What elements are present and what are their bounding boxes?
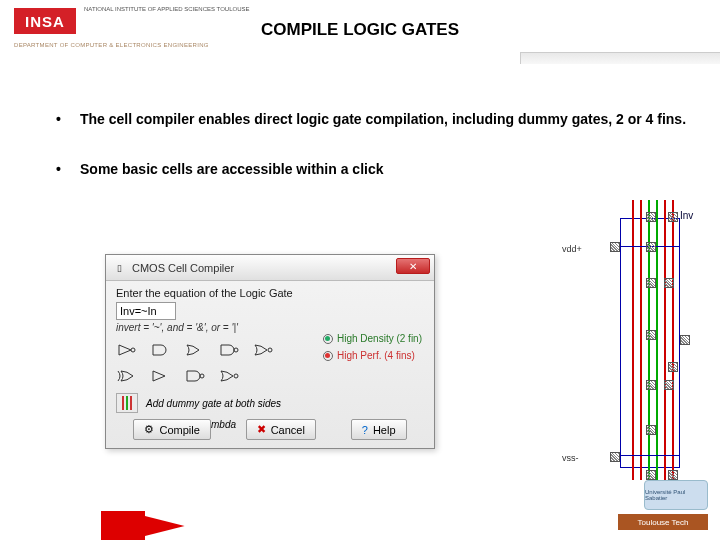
bullet-list: The cell compiler enables direct logic g… — [50, 105, 700, 183]
equation-input[interactable] — [116, 302, 176, 320]
gate-and-icon[interactable] — [150, 341, 172, 359]
red-arrow-decoration — [145, 516, 185, 536]
toulouse-tech-logo: Toulouse Tech — [618, 514, 708, 530]
cmos-compiler-dialog: ▯ CMOS Cell Compiler ✕ Enter the equatio… — [105, 254, 435, 449]
radio-dot-icon — [323, 334, 333, 344]
bullet-item: Some basic cells are accessible within a… — [50, 155, 700, 183]
department-text: DEPARTMENT OF COMPUTER & ELECTRONICS ENG… — [14, 42, 209, 50]
gate-or-icon[interactable] — [184, 341, 206, 359]
help-icon: ? — [362, 424, 368, 436]
gate-nor3-icon[interactable] — [218, 367, 240, 385]
compile-label: Compile — [159, 424, 199, 436]
ups-logo: Université Paul Sabatier — [644, 480, 708, 510]
svg-point-4 — [234, 374, 238, 378]
close-button[interactable]: ✕ — [396, 258, 430, 274]
gate-inverter-icon[interactable] — [116, 341, 138, 359]
gate-xor-icon[interactable] — [116, 367, 138, 385]
dialog-titlebar: ▯ CMOS Cell Compiler ✕ — [106, 255, 434, 281]
radio-high-density[interactable]: High Density (2 fin) — [323, 333, 422, 344]
cancel-button[interactable]: ✖ Cancel — [246, 419, 316, 440]
radio-dot-icon — [323, 351, 333, 361]
institute-text: NATIONAL INSTITUTE OF APPLIED SCIENCES T… — [84, 6, 249, 13]
gate-buffer-icon[interactable] — [150, 367, 172, 385]
cell-name-label: Inv — [680, 210, 693, 221]
svg-point-2 — [268, 348, 272, 352]
cancel-label: Cancel — [271, 424, 305, 436]
svg-point-3 — [200, 374, 204, 378]
dummy-gate-icon[interactable] — [116, 393, 138, 413]
vss-label: vss- — [562, 453, 579, 463]
gate-nor-icon[interactable] — [252, 341, 274, 359]
cell-layout-diagram: vdd+ vss- Inv — [540, 200, 710, 480]
dialog-icon: ▯ — [112, 261, 126, 275]
gate-nand-icon[interactable] — [218, 341, 240, 359]
bullet-item: The cell compiler enables direct logic g… — [50, 105, 700, 133]
header-decoration — [520, 52, 720, 64]
help-label: Help — [373, 424, 396, 436]
equation-prompt: Enter the equation of the Logic Gate — [116, 287, 424, 299]
dialog-title: CMOS Cell Compiler — [132, 262, 234, 274]
vdd-label: vdd+ — [562, 244, 582, 254]
radio-high-perf[interactable]: High Perf. (4 fins) — [323, 350, 422, 361]
slide-title: COMPILE LOGIC GATES — [0, 20, 720, 40]
radio-hd-label: High Density (2 fin) — [337, 333, 422, 344]
gate-palette-row-2 — [116, 367, 424, 385]
radio-hp-label: High Perf. (4 fins) — [337, 350, 415, 361]
cancel-icon: ✖ — [257, 423, 266, 436]
close-icon: ✕ — [409, 261, 417, 272]
syntax-hint: invert = '~', and = '&', or = '|' — [116, 322, 424, 333]
help-button[interactable]: ? Help — [351, 419, 407, 440]
dummy-gate-label: Add dummy gate at both sides — [146, 398, 281, 409]
gate-nand3-icon[interactable] — [184, 367, 206, 385]
gear-icon: ⚙ — [144, 423, 154, 436]
compile-button[interactable]: ⚙ Compile — [133, 419, 210, 440]
svg-point-1 — [234, 348, 238, 352]
